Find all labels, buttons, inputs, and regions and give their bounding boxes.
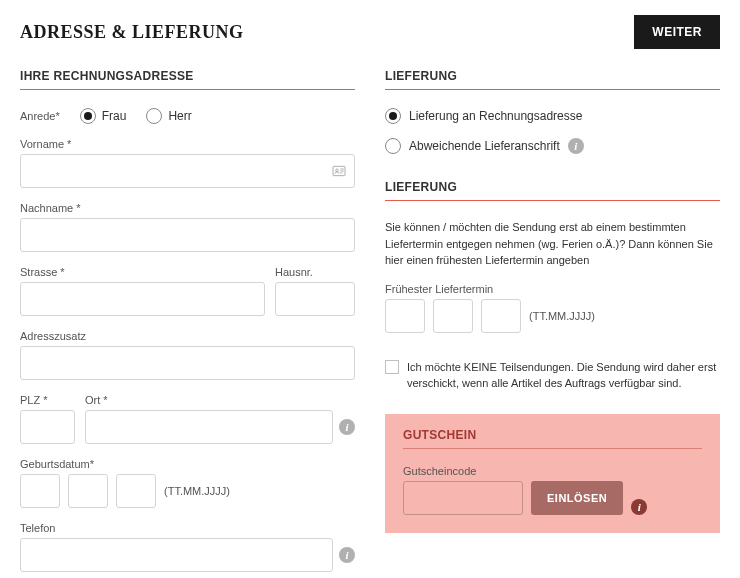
salutation-label: Anrede*: [20, 110, 60, 122]
earliest-date-label: Frühester Liefertermin: [385, 283, 720, 295]
salutation-herr-label: Herr: [168, 109, 191, 123]
firstname-label: Vorname *: [20, 138, 355, 150]
zip-input[interactable]: [20, 410, 75, 444]
ship-to-alt-label: Abweichende Lieferanschrift: [409, 139, 560, 153]
radio-icon: [146, 108, 162, 124]
salutation-frau[interactable]: Frau: [80, 108, 127, 124]
firstname-input[interactable]: [20, 154, 355, 188]
houseno-label: Hausnr.: [275, 266, 355, 278]
radio-checked-icon: [385, 108, 401, 124]
dob-year-input[interactable]: [116, 474, 156, 508]
shipping-section-title: LIEFERUNG: [385, 69, 720, 90]
phone-input[interactable]: [20, 538, 333, 572]
no-partial-label: Ich möchte KEINE Teilsendungen. Die Send…: [407, 359, 720, 392]
info-icon[interactable]: i: [631, 499, 647, 515]
ship-to-billing[interactable]: Lieferung an Rechnungsadresse: [385, 108, 720, 124]
zip-label: PLZ *: [20, 394, 75, 406]
coupon-code-input[interactable]: [403, 481, 523, 515]
dob-day-input[interactable]: [20, 474, 60, 508]
earliest-year-input[interactable]: [481, 299, 521, 333]
salutation-herr[interactable]: Herr: [146, 108, 191, 124]
info-icon[interactable]: i: [339, 419, 355, 435]
salutation-group: Anrede* Frau Herr: [20, 108, 355, 124]
earliest-month-input[interactable]: [433, 299, 473, 333]
earliest-day-input[interactable]: [385, 299, 425, 333]
dob-format-hint: (TT.MM.JJJJ): [164, 485, 230, 497]
addon-input[interactable]: [20, 346, 355, 380]
page-title: ADRESSE & LIEFERUNG: [20, 22, 244, 43]
dob-month-input[interactable]: [68, 474, 108, 508]
ship-to-billing-label: Lieferung an Rechnungsadresse: [409, 109, 582, 123]
info-icon[interactable]: i: [568, 138, 584, 154]
lastname-input[interactable]: [20, 218, 355, 252]
dob-label: Geburtsdatum*: [20, 458, 355, 470]
city-label: Ort *: [85, 394, 355, 406]
billing-section-title: IHRE RECHNUNGSADRESSE: [20, 69, 355, 90]
lastname-label: Nachname *: [20, 202, 355, 214]
info-icon[interactable]: i: [339, 547, 355, 563]
salutation-frau-label: Frau: [102, 109, 127, 123]
delivery-date-section-title: LIEFERUNG: [385, 180, 720, 201]
houseno-input[interactable]: [275, 282, 355, 316]
earliest-format-hint: (TT.MM.JJJJ): [529, 310, 595, 322]
delivery-date-hint: Sie können / möchten die Sendung erst ab…: [385, 219, 720, 269]
redeem-button[interactable]: EINLÖSEN: [531, 481, 623, 515]
radio-checked-icon: [80, 108, 96, 124]
street-label: Strasse *: [20, 266, 265, 278]
ship-to-alt[interactable]: Abweichende Lieferanschrift i: [385, 138, 720, 154]
street-input[interactable]: [20, 282, 265, 316]
continue-button[interactable]: WEITER: [634, 15, 720, 49]
radio-icon: [385, 138, 401, 154]
city-input[interactable]: [85, 410, 333, 444]
coupon-panel: GUTSCHEIN Gutscheincode EINLÖSEN i: [385, 414, 720, 533]
coupon-code-label: Gutscheincode: [403, 465, 702, 477]
addon-label: Adresszusatz: [20, 330, 355, 342]
phone-label: Telefon: [20, 522, 355, 534]
coupon-section-title: GUTSCHEIN: [403, 428, 702, 449]
no-partial-checkbox[interactable]: [385, 360, 399, 374]
